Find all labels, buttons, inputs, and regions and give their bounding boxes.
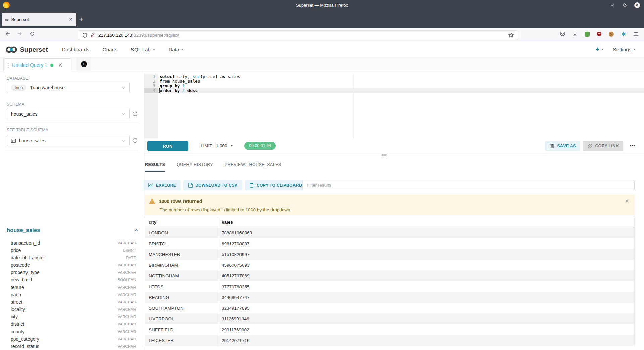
- cell-sales: 31126991346: [218, 313, 634, 324]
- refresh-schemas-icon[interactable]: [132, 111, 138, 117]
- extension-asterisk-icon[interactable]: [621, 31, 626, 37]
- copy-link-button[interactable]: COPY LINK: [583, 141, 623, 151]
- downloads-icon[interactable]: [572, 31, 578, 37]
- table-row: BRISTOL 69612708887: [145, 238, 634, 249]
- forward-icon[interactable]: [17, 31, 23, 36]
- query-tab-close-icon[interactable]: ✕: [58, 62, 63, 68]
- results-table: city sales LONDON 788861960063 BRISTOL 6…: [145, 217, 635, 346]
- run-button[interactable]: RUN: [147, 141, 188, 151]
- cell-city: BIRMINGHAM: [145, 260, 218, 270]
- column-row: county VARCHAR: [11, 328, 136, 335]
- query-tab-title: Untitled Query 1: [12, 62, 47, 68]
- column-type: VARCHAR: [118, 300, 136, 304]
- pocket-icon[interactable]: [560, 31, 565, 37]
- limit-dropdown[interactable]: LIMIT: 1 000: [201, 143, 233, 148]
- tab-results[interactable]: RESULTS: [145, 162, 165, 172]
- chevron-down-icon: [122, 113, 125, 115]
- add-new-button[interactable]: +: [595, 46, 604, 53]
- sql-code[interactable]: select city, sum(price) as salesfrom hou…: [160, 74, 644, 93]
- results-table-header: city sales: [145, 217, 635, 227]
- menu-hamburger-icon[interactable]: [633, 32, 639, 36]
- brand-name: Superset: [20, 46, 48, 53]
- filter-results-input[interactable]: [302, 180, 635, 190]
- url-toolbar: 217.160.120.143:32393/superset/sqllab/: [0, 28, 644, 42]
- column-row: price BIGINT: [11, 247, 136, 254]
- alert-close-icon[interactable]: ✕: [625, 198, 629, 204]
- schema-value: house_sales: [11, 111, 38, 117]
- link-icon: [587, 143, 592, 149]
- column-row: tenure VARCHAR: [11, 283, 136, 291]
- tab-preview[interactable]: PREVIEW: `HOUSE_SALES`: [225, 162, 283, 172]
- copy-clipboard-button[interactable]: COPY TO CLIPBOARD: [245, 180, 307, 190]
- chevron-down-icon: [122, 139, 125, 142]
- new-tab-icon[interactable]: +: [79, 16, 83, 23]
- cookie-extension-icon[interactable]: [609, 32, 614, 37]
- back-icon[interactable]: [5, 31, 10, 36]
- table-select[interactable]: house_sales: [7, 135, 130, 146]
- column-header-city[interactable]: city: [145, 217, 218, 227]
- explore-button[interactable]: EXPLORE: [144, 180, 181, 190]
- chevron-down-icon: [633, 49, 636, 50]
- table-row: LEEDS 37779768255: [145, 281, 634, 292]
- extension-privacy-icon[interactable]: [585, 32, 590, 37]
- add-query-tab[interactable]: +: [76, 57, 91, 71]
- nav-sql-lab[interactable]: SQL Lab: [131, 47, 155, 52]
- column-header-sales[interactable]: sales: [218, 217, 634, 227]
- collapse-chevron-up-icon[interactable]: [134, 229, 138, 232]
- pane-resize-grip[interactable]: [382, 154, 387, 157]
- window-minimize-icon[interactable]: [610, 3, 615, 8]
- table-row: LIVERPOOL 31126991346: [145, 313, 634, 324]
- superset-brand[interactable]: Superset: [5, 46, 48, 54]
- cell-city: READING: [145, 292, 218, 303]
- nav-charts[interactable]: Charts: [103, 47, 117, 52]
- save-as-button[interactable]: SAVE AS: [545, 141, 580, 151]
- column-name: county: [11, 329, 24, 334]
- database-label: DATABASE: [7, 76, 29, 81]
- lock-insecure-icon[interactable]: [90, 33, 95, 38]
- nav-dashboards[interactable]: Dashboards: [62, 47, 89, 52]
- query-tab[interactable]: Untitled Query 1 ✕: [3, 58, 71, 72]
- cell-sales: 29911769902: [218, 324, 634, 335]
- browser-chrome: Superset — Mozilla Firefox ✕ ∞ Superset …: [0, 0, 644, 28]
- window-maximize-icon[interactable]: [622, 3, 627, 8]
- tab-query-history[interactable]: QUERY HISTORY: [177, 162, 213, 172]
- chevron-down-icon: [601, 49, 604, 50]
- nav-data[interactable]: Data: [169, 47, 184, 52]
- browser-tab-title: Superset: [11, 17, 66, 22]
- cell-city: SOUTHAMPTON: [145, 303, 218, 313]
- sidebar-divider: [5, 122, 138, 122]
- refresh-tables-icon[interactable]: [132, 138, 138, 143]
- download-csv-button[interactable]: DOWNLOAD TO CSV: [183, 180, 242, 190]
- column-row: date_of_transfer DATE: [11, 254, 136, 261]
- database-select[interactable]: trino Trino warehouse: [7, 82, 130, 93]
- editor-gutter: 1234: [144, 74, 158, 138]
- ublock-shield-icon[interactable]: [597, 31, 602, 37]
- column-type: VARCHAR: [118, 263, 136, 267]
- window-title: Superset — Mozilla Firefox: [0, 3, 644, 8]
- url-path: :32393/superset/sqllab/: [132, 33, 179, 38]
- settings-menu[interactable]: Settings: [613, 47, 636, 52]
- cell-sales: 45960075093: [218, 260, 634, 270]
- window-close-icon[interactable]: ✕: [634, 2, 640, 8]
- table-schema-label: SEE TABLE SCHEMA: [7, 128, 48, 132]
- url-bar[interactable]: 217.160.120.143:32393/superset/sqllab/: [78, 30, 518, 40]
- bookmark-star-icon[interactable]: [508, 32, 514, 38]
- column-row: transaction_id VARCHAR: [11, 239, 136, 247]
- column-list: transaction_id VARCHAR price BIGINT date…: [11, 239, 136, 350]
- table-row: NOTTINGHAM 40512797869: [145, 270, 634, 281]
- reload-icon[interactable]: [30, 31, 35, 36]
- more-options-button[interactable]: •••: [630, 143, 635, 148]
- drag-grip-icon[interactable]: [8, 63, 9, 68]
- table-grid-icon: [11, 139, 16, 143]
- tab-close-icon[interactable]: ✕: [69, 17, 73, 22]
- column-name: district: [11, 321, 24, 327]
- browser-tab[interactable]: ∞ Superset ✕: [2, 13, 76, 26]
- column-row: paon VARCHAR: [11, 291, 136, 298]
- column-type: VARCHAR: [118, 315, 136, 319]
- shield-icon[interactable]: [82, 33, 87, 38]
- sql-editor[interactable]: 1234 select city, sum(price) as salesfro…: [144, 74, 644, 138]
- schema-select[interactable]: house_sales: [7, 108, 130, 119]
- column-row: ppd_category VARCHAR: [11, 335, 136, 343]
- column-type: BOOLEAN: [118, 278, 136, 282]
- rows-returned-alert: 1000 rows returned The number of rows di…: [145, 195, 635, 215]
